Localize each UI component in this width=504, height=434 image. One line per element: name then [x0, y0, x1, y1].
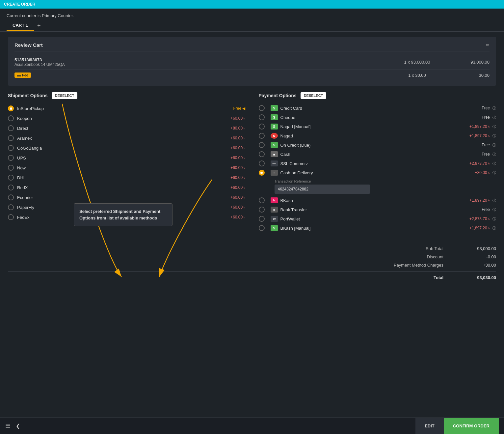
shipment-deselect-button[interactable]: DESELECT: [52, 92, 78, 99]
info-icon[interactable]: ⓘ: [492, 226, 496, 231]
payment-icon-cash: ■: [271, 151, 278, 157]
radio-10[interactable]: [8, 204, 14, 210]
summary-subtotal-label: Sub Total: [378, 246, 450, 251]
shipment-option-label: GoGoBangla: [17, 146, 230, 151]
payment-radio-3[interactable]: [259, 133, 265, 139]
summary-total-row: Total 93,030.00: [8, 274, 496, 282]
radio-5[interactable]: [8, 155, 14, 161]
payment-option-portwallet[interactable]: ⇌PortWallet+2,873.70 ৳ⓘ: [259, 214, 496, 223]
cart-item-qty: 1 x 93,000.00: [397, 60, 437, 65]
info-icon[interactable]: ⓘ: [492, 133, 496, 138]
payment-radio-7[interactable]: [259, 170, 265, 176]
summary-subtotal-row: Sub Total 93,000.00: [8, 245, 496, 253]
transaction-ref-input[interactable]: [275, 185, 370, 194]
payment-radio-4[interactable]: [259, 142, 265, 148]
info-icon[interactable]: ⓘ: [492, 170, 496, 175]
payment-radio-2[interactable]: [259, 124, 265, 130]
hamburger-icon[interactable]: ☰: [5, 422, 11, 430]
back-icon[interactable]: ❮: [16, 423, 20, 429]
shipment-option-label: Aramex: [17, 136, 230, 141]
payment-option-cheque[interactable]: $ChequeFreeⓘ: [259, 113, 496, 122]
radio-4[interactable]: [8, 145, 14, 151]
info-icon[interactable]: ⓘ: [492, 198, 496, 203]
info-icon[interactable]: ⓘ: [492, 217, 496, 221]
shipment-option-aramex[interactable]: Aramex+60.00 ৳: [8, 133, 246, 143]
counter-notice: Current counter is Primary Counter.: [0, 9, 504, 20]
info-icon[interactable]: ⓘ: [492, 115, 496, 120]
payment-option-label: Bank Transfer: [280, 207, 479, 212]
radio-0[interactable]: [8, 105, 14, 111]
payment-option-cost: Free: [482, 152, 490, 157]
payment-icon-green-dollar: $: [271, 114, 278, 120]
edit-button[interactable]: EDIT: [415, 418, 444, 434]
shipment-option-cost: Free ◀: [233, 106, 245, 111]
radio-8[interactable]: [8, 185, 14, 190]
radio-6[interactable]: [8, 165, 14, 171]
main-content: Review Cart ✏ 5135136I3673 Asus Zenbook …: [0, 32, 504, 287]
shipment-option-redx[interactable]: RedX+60.00 ৳: [8, 183, 246, 192]
payment-option-bkash--manual-[interactable]: $BKash [Manual]+1,897.20 ৳ⓘ: [259, 223, 496, 233]
edit-icon[interactable]: ✏: [486, 43, 490, 47]
payment-options-list: $Credit CardFreeⓘ$ChequeFreeⓘ$Nagad [Man…: [259, 103, 496, 233]
radio-1[interactable]: [8, 115, 14, 121]
payment-option-cost: Free: [482, 106, 490, 110]
payment-option-credit-card[interactable]: $Credit CardFreeⓘ: [259, 103, 496, 113]
payment-option-bank-transfer[interactable]: ■Bank TransferFreeⓘ: [259, 205, 496, 214]
shipment-option-gogobangla[interactable]: GoGoBangla+60.00 ৳: [8, 143, 246, 153]
shipment-option-koopon[interactable]: Koopon+60.00 ৳: [8, 113, 246, 123]
info-icon[interactable]: ⓘ: [492, 106, 496, 111]
payment-option-label: Nagad: [280, 133, 467, 138]
options-container: Shipment Options DESELECT InStorePickupF…: [8, 92, 496, 233]
shipment-option-direct[interactable]: Direct+80.00 ৳: [8, 123, 246, 133]
payment-option-nagad--manual-[interactable]: $Nagad [Manual]+1,897.20 ৳ⓘ: [259, 122, 496, 131]
payment-option-bkash[interactable]: bBKash+1,897.20 ৳ⓘ: [259, 196, 496, 205]
payment-radio-6[interactable]: [259, 160, 265, 166]
tab-add-button[interactable]: +: [34, 21, 44, 31]
info-icon[interactable]: ⓘ: [492, 207, 496, 212]
radio-9[interactable]: [8, 194, 14, 200]
tab-cart1[interactable]: CART 1: [7, 20, 34, 31]
payment-radio-5[interactable]: [259, 151, 265, 157]
shipment-option-now[interactable]: Now+60.00 ৳: [8, 163, 246, 173]
info-icon[interactable]: ⓘ: [492, 161, 496, 166]
payment-option-on-credit-(due)[interactable]: $On Credit (Due)Freeⓘ: [259, 140, 496, 150]
payment-option-label: BKash: [280, 198, 467, 203]
payment-radio-8[interactable]: [259, 197, 265, 203]
payment-icon-green-dollar: $: [271, 124, 278, 130]
radio-2[interactable]: [8, 125, 14, 131]
radio-7[interactable]: [8, 175, 14, 181]
info-icon[interactable]: ⓘ: [492, 124, 496, 129]
summary-section: Sub Total 93,000.00 Discount -0.00 Payme…: [8, 241, 496, 282]
shipment-option-dhl[interactable]: DHL+60.00 ৳: [8, 173, 246, 183]
shipment-option-label: Now: [17, 165, 230, 170]
payment-option-cash-on-delivery[interactable]: ▪Cash on Delivery+30.00 ৳ⓘ: [259, 168, 496, 177]
radio-3[interactable]: [8, 135, 14, 141]
payment-option-nagad[interactable]: NNagad+1,897.20 ৳ⓘ: [259, 131, 496, 140]
payment-option-label: PortWallet: [280, 217, 467, 221]
cart-item: 5135136I3673 Asus Zenbook 14 UM425QA 1 x…: [14, 55, 490, 70]
payment-option-cash[interactable]: ■CashFreeⓘ: [259, 150, 496, 159]
info-icon[interactable]: ⓘ: [492, 143, 496, 148]
payment-radio-11[interactable]: [259, 225, 265, 231]
shipment-option-ups[interactable]: UPS+60.00 ৳: [8, 153, 246, 163]
confirm-order-button[interactable]: CONFIRM ORDER: [444, 418, 499, 434]
shipment-option-ecourier[interactable]: Ecourier+60.00 ৳: [8, 192, 246, 202]
shipment-option-cost: +60.00 ৳: [230, 175, 245, 180]
payment-radio-9[interactable]: [259, 207, 265, 213]
payment-radio-1[interactable]: [259, 114, 265, 120]
payment-option-cost: +30.00 ৳: [475, 170, 490, 175]
payment-radio-10[interactable]: [259, 216, 265, 222]
payment-option-ssl-commerz[interactable]: —SSL Commerz+2,873.70 ৳ⓘ: [259, 159, 496, 168]
payment-radio-0[interactable]: [259, 105, 265, 111]
cart-item-name: Asus Zenbook 14 UM425QA: [14, 62, 397, 67]
shipment-option-instorepickup[interactable]: InStorePickupFree ◀: [8, 103, 246, 113]
payment-deselect-button[interactable]: DESELECT: [301, 92, 327, 99]
payment-option-cost: +2,873.70 ৳: [469, 217, 490, 221]
info-icon[interactable]: ⓘ: [492, 152, 496, 157]
shipment-option-cost: +60.00 ৳: [230, 116, 245, 121]
payment-option-cost: +1,897.20 ৳: [469, 133, 490, 138]
radio-11[interactable]: [8, 214, 14, 220]
bottom-left: ☰ ❮: [5, 422, 20, 430]
payment-icon-portwallet: ⇌: [271, 216, 278, 222]
summary-charges-label: Payment Method Charges: [378, 263, 450, 268]
